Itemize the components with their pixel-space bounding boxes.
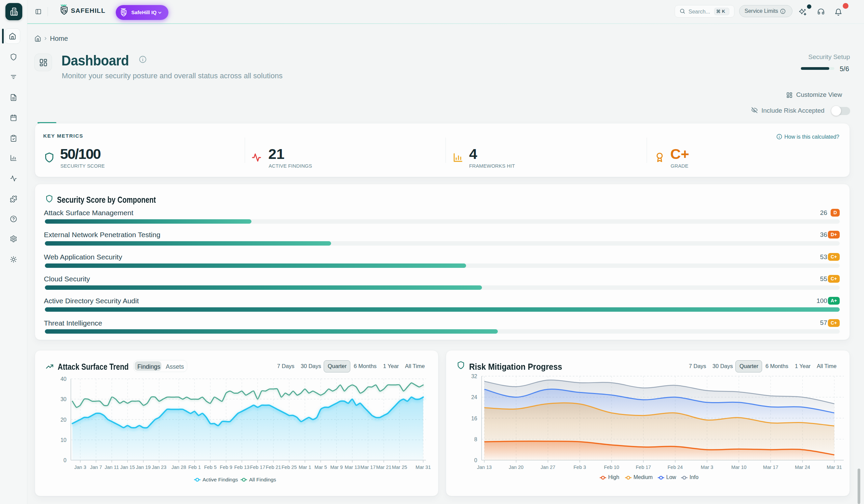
svg-text:0: 0 [474,457,477,463]
svg-text:32: 32 [471,373,477,379]
svg-text:Feb 3: Feb 3 [573,465,586,470]
svg-text:Feb 17: Feb 17 [636,465,651,470]
svg-text:Mar 3: Mar 3 [701,465,713,470]
svg-text:Feb 10: Feb 10 [604,465,619,470]
svg-text:Jan 27: Jan 27 [541,465,555,470]
svg-text:Jan 20: Jan 20 [509,465,524,470]
svg-text:Mar 24: Mar 24 [795,465,810,470]
svg-text:Feb 24: Feb 24 [668,465,683,470]
svg-text:24: 24 [471,394,477,400]
svg-text:Jan 13: Jan 13 [477,465,492,470]
svg-text:16: 16 [471,416,477,421]
svg-text:Mar 10: Mar 10 [731,465,746,470]
svg-text:8: 8 [474,437,477,442]
svg-text:Mar 17: Mar 17 [763,465,778,470]
svg-text:Mar 31: Mar 31 [827,465,842,470]
